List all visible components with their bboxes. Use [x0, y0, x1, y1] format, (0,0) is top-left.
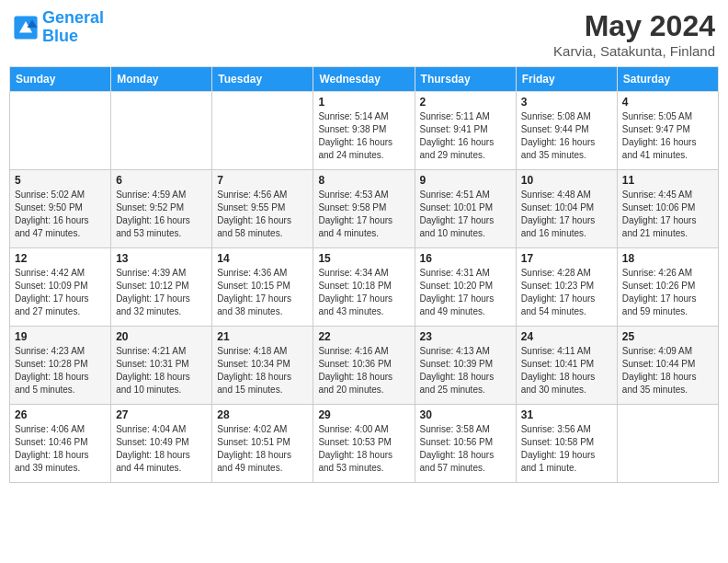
- table-row: 8Sunrise: 4:53 AM Sunset: 9:58 PM Daylig…: [313, 170, 415, 248]
- day-number: 22: [318, 330, 409, 343]
- table-row: 18Sunrise: 4:26 AM Sunset: 10:26 PM Dayl…: [617, 248, 718, 327]
- day-info: Sunrise: 3:58 AM Sunset: 10:56 PM Daylig…: [420, 423, 511, 475]
- day-info: Sunrise: 5:05 AM Sunset: 9:47 PM Dayligh…: [622, 110, 713, 162]
- day-number: 27: [116, 408, 207, 421]
- header-saturday: Saturday: [617, 67, 718, 92]
- day-number: 31: [521, 408, 612, 421]
- day-info: Sunrise: 4:13 AM Sunset: 10:39 PM Daylig…: [420, 345, 511, 396]
- day-number: 3: [521, 96, 612, 109]
- day-number: 19: [15, 330, 106, 343]
- day-number: 18: [622, 252, 713, 265]
- day-number: 24: [521, 330, 612, 343]
- page-header: General Blue May 2024 Karvia, Satakunta,…: [9, 9, 719, 59]
- day-info: Sunrise: 4:39 AM Sunset: 10:12 PM Daylig…: [116, 267, 207, 318]
- table-row: 12Sunrise: 4:42 AM Sunset: 10:09 PM Dayl…: [10, 248, 111, 327]
- day-info: Sunrise: 4:04 AM Sunset: 10:49 PM Daylig…: [116, 423, 207, 475]
- day-info: Sunrise: 3:56 AM Sunset: 10:58 PM Daylig…: [521, 423, 612, 475]
- logo: General Blue: [13, 9, 104, 46]
- header-wednesday: Wednesday: [313, 67, 415, 92]
- table-row: 21Sunrise: 4:18 AM Sunset: 10:34 PM Dayl…: [212, 327, 313, 405]
- day-number: 17: [521, 252, 612, 265]
- table-row: 11Sunrise: 4:45 AM Sunset: 10:06 PM Dayl…: [617, 170, 718, 248]
- table-row: 14Sunrise: 4:36 AM Sunset: 10:15 PM Dayl…: [212, 248, 313, 327]
- calendar-week-row: 5Sunrise: 5:02 AM Sunset: 9:50 PM Daylig…: [10, 170, 719, 248]
- day-number: 21: [217, 330, 308, 343]
- table-row: 31Sunrise: 3:56 AM Sunset: 10:58 PM Dayl…: [516, 405, 617, 483]
- day-number: 9: [420, 174, 511, 187]
- table-row: 4Sunrise: 5:05 AM Sunset: 9:47 PM Daylig…: [617, 92, 718, 170]
- table-row: [111, 92, 212, 170]
- calendar-table: Sunday Monday Tuesday Wednesday Thursday…: [9, 66, 719, 483]
- table-row: 19Sunrise: 4:23 AM Sunset: 10:28 PM Dayl…: [10, 327, 111, 405]
- day-info: Sunrise: 5:11 AM Sunset: 9:41 PM Dayligh…: [420, 110, 511, 162]
- day-number: 12: [15, 252, 106, 265]
- table-row: 10Sunrise: 4:48 AM Sunset: 10:04 PM Dayl…: [516, 170, 617, 248]
- day-info: Sunrise: 4:16 AM Sunset: 10:36 PM Daylig…: [318, 345, 409, 396]
- day-number: 5: [15, 174, 106, 187]
- table-row: 25Sunrise: 4:09 AM Sunset: 10:44 PM Dayl…: [617, 327, 718, 405]
- table-row: 5Sunrise: 5:02 AM Sunset: 9:50 PM Daylig…: [10, 170, 111, 248]
- table-row: 13Sunrise: 4:39 AM Sunset: 10:12 PM Dayl…: [111, 248, 212, 327]
- day-number: 4: [622, 96, 713, 109]
- day-info: Sunrise: 4:09 AM Sunset: 10:44 PM Daylig…: [622, 345, 713, 396]
- day-number: 23: [420, 330, 511, 343]
- table-row: 26Sunrise: 4:06 AM Sunset: 10:46 PM Dayl…: [10, 405, 111, 483]
- table-row: 17Sunrise: 4:28 AM Sunset: 10:23 PM Dayl…: [516, 248, 617, 327]
- day-number: 6: [116, 174, 207, 187]
- table-row: [617, 405, 718, 483]
- day-info: Sunrise: 4:53 AM Sunset: 9:58 PM Dayligh…: [318, 189, 409, 240]
- day-info: Sunrise: 4:48 AM Sunset: 10:04 PM Daylig…: [521, 189, 612, 240]
- day-number: 14: [217, 252, 308, 265]
- day-info: Sunrise: 4:56 AM Sunset: 9:55 PM Dayligh…: [217, 189, 308, 240]
- table-row: 30Sunrise: 3:58 AM Sunset: 10:56 PM Dayl…: [415, 405, 516, 483]
- day-info: Sunrise: 4:26 AM Sunset: 10:26 PM Daylig…: [622, 267, 713, 318]
- month-title: May 2024: [553, 9, 715, 43]
- day-info: Sunrise: 5:02 AM Sunset: 9:50 PM Dayligh…: [15, 189, 106, 240]
- calendar-week-row: 19Sunrise: 4:23 AM Sunset: 10:28 PM Dayl…: [10, 327, 719, 405]
- table-row: 20Sunrise: 4:21 AM Sunset: 10:31 PM Dayl…: [111, 327, 212, 405]
- day-info: Sunrise: 5:08 AM Sunset: 9:44 PM Dayligh…: [521, 110, 612, 162]
- day-number: 8: [318, 174, 409, 187]
- table-row: 15Sunrise: 4:34 AM Sunset: 10:18 PM Dayl…: [313, 248, 415, 327]
- calendar-week-row: 1Sunrise: 5:14 AM Sunset: 9:38 PM Daylig…: [10, 92, 719, 170]
- day-number: 16: [420, 252, 511, 265]
- table-row: 2Sunrise: 5:11 AM Sunset: 9:41 PM Daylig…: [415, 92, 516, 170]
- header-sunday: Sunday: [10, 67, 111, 92]
- day-number: 20: [116, 330, 207, 343]
- table-row: 27Sunrise: 4:04 AM Sunset: 10:49 PM Dayl…: [111, 405, 212, 483]
- table-row: 24Sunrise: 4:11 AM Sunset: 10:41 PM Dayl…: [516, 327, 617, 405]
- day-info: Sunrise: 4:28 AM Sunset: 10:23 PM Daylig…: [521, 267, 612, 318]
- calendar-week-row: 26Sunrise: 4:06 AM Sunset: 10:46 PM Dayl…: [10, 405, 719, 483]
- table-row: 3Sunrise: 5:08 AM Sunset: 9:44 PM Daylig…: [516, 92, 617, 170]
- logo-text: General Blue: [42, 9, 104, 46]
- day-number: 1: [318, 96, 409, 109]
- calendar-header-row: Sunday Monday Tuesday Wednesday Thursday…: [10, 67, 719, 92]
- day-info: Sunrise: 4:02 AM Sunset: 10:51 PM Daylig…: [217, 423, 308, 475]
- day-info: Sunrise: 4:31 AM Sunset: 10:20 PM Daylig…: [420, 267, 511, 318]
- table-row: [212, 92, 313, 170]
- table-row: [10, 92, 111, 170]
- table-row: 1Sunrise: 5:14 AM Sunset: 9:38 PM Daylig…: [313, 92, 415, 170]
- header-thursday: Thursday: [415, 67, 516, 92]
- day-number: 26: [15, 408, 106, 421]
- day-number: 10: [521, 174, 612, 187]
- day-info: Sunrise: 4:36 AM Sunset: 10:15 PM Daylig…: [217, 267, 308, 318]
- day-info: Sunrise: 4:23 AM Sunset: 10:28 PM Daylig…: [15, 345, 106, 396]
- header-tuesday: Tuesday: [212, 67, 313, 92]
- day-info: Sunrise: 4:21 AM Sunset: 10:31 PM Daylig…: [116, 345, 207, 396]
- header-friday: Friday: [516, 67, 617, 92]
- day-number: 2: [420, 96, 511, 109]
- day-info: Sunrise: 4:34 AM Sunset: 10:18 PM Daylig…: [318, 267, 409, 318]
- day-info: Sunrise: 4:11 AM Sunset: 10:41 PM Daylig…: [521, 345, 612, 396]
- day-number: 30: [420, 408, 511, 421]
- calendar-week-row: 12Sunrise: 4:42 AM Sunset: 10:09 PM Dayl…: [10, 248, 719, 327]
- day-number: 7: [217, 174, 308, 187]
- day-number: 29: [318, 408, 409, 421]
- day-info: Sunrise: 4:51 AM Sunset: 10:01 PM Daylig…: [420, 189, 511, 240]
- day-number: 15: [318, 252, 409, 265]
- day-info: Sunrise: 4:45 AM Sunset: 10:06 PM Daylig…: [622, 189, 713, 240]
- day-number: 13: [116, 252, 207, 265]
- day-info: Sunrise: 4:06 AM Sunset: 10:46 PM Daylig…: [15, 423, 106, 475]
- location-title: Karvia, Satakunta, Finland: [553, 43, 715, 59]
- table-row: 28Sunrise: 4:02 AM Sunset: 10:51 PM Dayl…: [212, 405, 313, 483]
